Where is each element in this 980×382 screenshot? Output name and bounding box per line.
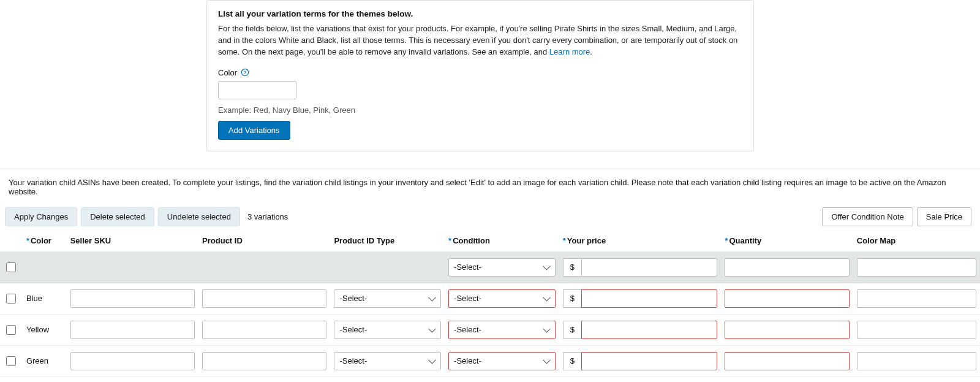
currency-symbol: $ bbox=[563, 289, 581, 308]
row-checkbox[interactable] bbox=[6, 294, 16, 304]
row-condition-select-wrap: -Select- bbox=[448, 352, 556, 370]
color-field-label: Color ? bbox=[218, 68, 742, 77]
panel-desc-text: For the fields below, list the variation… bbox=[218, 24, 737, 56]
header-condition: *Condition bbox=[445, 232, 559, 252]
learn-more-link[interactable]: Learn more bbox=[549, 47, 590, 56]
notice-text: Your variation child ASINs have been cre… bbox=[0, 178, 980, 196]
row-colormap-input[interactable] bbox=[857, 289, 976, 308]
row-product-id-input[interactable] bbox=[202, 321, 326, 339]
row-condition-select-wrap: -Select- bbox=[448, 321, 556, 339]
row-product-id-type-select-wrap: -Select- bbox=[334, 289, 441, 308]
row-color-value: Yellow bbox=[23, 314, 67, 345]
row-condition-select[interactable]: -Select- bbox=[448, 321, 556, 339]
row-checkbox[interactable] bbox=[6, 325, 16, 335]
row-product-id-type-select-wrap: -Select- bbox=[334, 352, 441, 370]
row-product-id-type-select[interactable]: -Select- bbox=[334, 321, 441, 339]
header-color: *Color bbox=[23, 232, 67, 252]
svg-text:?: ? bbox=[244, 70, 247, 75]
master-checkbox[interactable] bbox=[6, 262, 16, 272]
variations-table: *Color Seller SKU Product ID Product ID … bbox=[0, 232, 980, 377]
row-quantity-input[interactable] bbox=[725, 321, 849, 339]
header-price: *Your price bbox=[559, 232, 722, 252]
master-colormap-input[interactable] bbox=[857, 258, 976, 277]
row-product-id-type-select-wrap: -Select- bbox=[334, 321, 441, 339]
row-sku-input[interactable] bbox=[70, 352, 195, 370]
header-sku: Seller SKU bbox=[67, 232, 198, 252]
table-header-row: *Color Seller SKU Product ID Product ID … bbox=[0, 232, 980, 252]
row-price-input[interactable] bbox=[581, 289, 718, 308]
variations-toolbar: Apply Changes Delete selected Undelete s… bbox=[0, 196, 980, 232]
master-price-wrap: $ bbox=[563, 258, 718, 277]
toolbar-left: Apply Changes Delete selected Undelete s… bbox=[5, 207, 288, 226]
master-row: -Select- $ bbox=[0, 251, 980, 283]
help-icon[interactable]: ? bbox=[241, 68, 249, 77]
panel-description: For the fields below, list the variation… bbox=[218, 23, 742, 58]
row-colormap-input[interactable] bbox=[857, 352, 976, 370]
row-price-wrap: $ bbox=[563, 321, 718, 339]
add-variations-button[interactable]: Add Variations bbox=[218, 121, 290, 140]
color-input[interactable] bbox=[218, 81, 296, 99]
variations-instruction-panel: List all your variation terms for the th… bbox=[206, 0, 754, 151]
row-price-input[interactable] bbox=[581, 352, 718, 370]
row-price-input[interactable] bbox=[581, 321, 718, 339]
row-product-id-type-select[interactable]: -Select- bbox=[334, 289, 441, 308]
row-colormap-input[interactable] bbox=[857, 321, 976, 339]
sale-price-button[interactable]: Sale Price bbox=[917, 207, 971, 226]
row-color-value: Blue bbox=[23, 283, 67, 314]
header-product-id: Product ID bbox=[198, 232, 330, 252]
master-quantity-input[interactable] bbox=[725, 258, 849, 277]
panel-heading: List all your variation terms for the th… bbox=[218, 9, 742, 18]
apply-changes-button[interactable]: Apply Changes bbox=[5, 207, 77, 226]
row-checkbox[interactable] bbox=[6, 356, 16, 366]
table-row: Yellow -Select- -Select- $ bbox=[0, 314, 980, 345]
variation-count: 3 variations bbox=[247, 212, 288, 221]
header-quantity: *Quantity bbox=[721, 232, 853, 252]
row-product-id-type-select[interactable]: -Select- bbox=[334, 352, 441, 370]
color-label-text: Color bbox=[218, 68, 237, 77]
master-condition-select-wrap: -Select- bbox=[448, 258, 556, 277]
table-row: Green -Select- -Select- $ bbox=[0, 345, 980, 376]
master-price-input[interactable] bbox=[581, 258, 718, 277]
currency-symbol: $ bbox=[563, 258, 581, 277]
toolbar-right: Offer Condition Note Sale Price bbox=[822, 207, 971, 226]
undelete-selected-button[interactable]: Undelete selected bbox=[158, 207, 240, 226]
row-condition-select-wrap: -Select- bbox=[448, 289, 556, 308]
row-sku-input[interactable] bbox=[70, 289, 195, 308]
currency-symbol: $ bbox=[563, 321, 581, 339]
master-condition-select[interactable]: -Select- bbox=[448, 258, 556, 277]
row-condition-select[interactable]: -Select- bbox=[448, 352, 556, 370]
notice-section: Your variation child ASINs have been cre… bbox=[0, 169, 980, 196]
header-product-id-type: Product ID Type bbox=[330, 232, 445, 252]
row-quantity-input[interactable] bbox=[725, 352, 849, 370]
panel-desc-period: . bbox=[590, 47, 592, 56]
currency-symbol: $ bbox=[563, 352, 581, 370]
row-color-value: Green bbox=[23, 345, 67, 376]
row-sku-input[interactable] bbox=[70, 321, 195, 339]
offer-condition-note-button[interactable]: Offer Condition Note bbox=[822, 207, 913, 226]
table-row: Blue -Select- -Select- $ bbox=[0, 283, 980, 314]
row-price-wrap: $ bbox=[563, 289, 718, 308]
row-price-wrap: $ bbox=[563, 352, 718, 370]
row-product-id-input[interactable] bbox=[202, 352, 326, 370]
row-product-id-input[interactable] bbox=[202, 289, 326, 308]
row-condition-select[interactable]: -Select- bbox=[448, 289, 556, 308]
header-color-map: Color Map bbox=[853, 232, 980, 252]
delete-selected-button[interactable]: Delete selected bbox=[81, 207, 154, 226]
row-quantity-input[interactable] bbox=[725, 289, 849, 308]
color-example: Example: Red, Navy Blue, Pink, Green bbox=[218, 105, 742, 115]
